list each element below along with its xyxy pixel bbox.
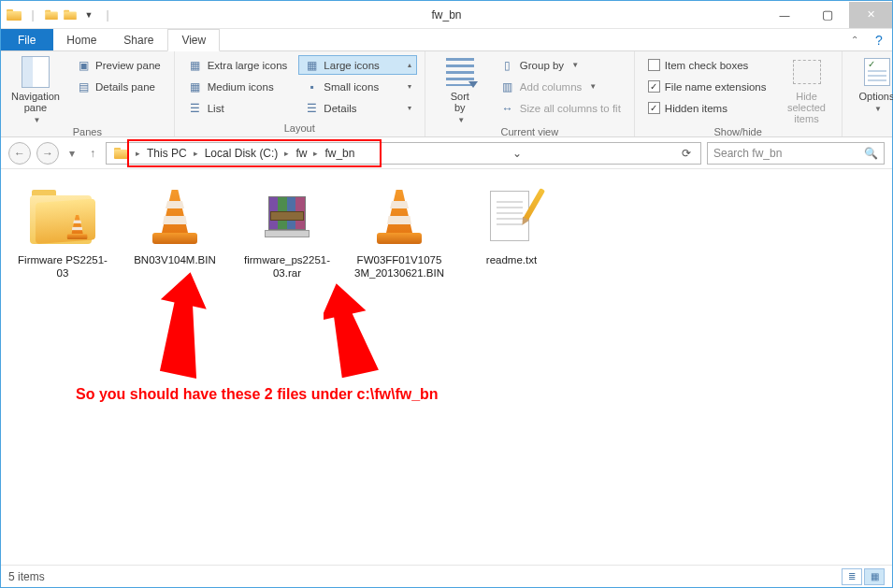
preview-pane-icon: ▣ <box>76 58 91 73</box>
ribbon-collapse-button[interactable]: ⌃ <box>843 29 866 50</box>
file-name: readme.txt <box>467 253 556 266</box>
file-item[interactable]: firmware_ps2251-03.rar <box>242 182 332 280</box>
file-name: firmware_ps2251-03.rar <box>242 253 332 280</box>
back-button[interactable]: ← <box>8 142 31 165</box>
hide-selected-button[interactable]: Hide selected items <box>780 55 834 124</box>
ribbon-tabs: File Home Share View ⌃ ? <box>1 29 892 51</box>
annotation-text: So you should have these 2 files under c… <box>76 386 439 403</box>
chevron-up-icon[interactable]: ▴ <box>408 61 411 69</box>
chevron-right-icon[interactable]: ▸ <box>191 149 201 158</box>
details-pane-button[interactable]: ▤Details pane <box>70 77 166 96</box>
options-icon <box>864 58 890 86</box>
checkbox-checked-icon <box>648 80 660 93</box>
forward-button[interactable]: → <box>36 142 59 165</box>
maximize-button[interactable]: ▢ <box>806 2 849 28</box>
tab-view[interactable]: View <box>167 29 220 51</box>
layout-large[interactable]: ▦Large icons▴ <box>298 55 416 75</box>
refresh-button[interactable]: ⟳ <box>676 147 697 160</box>
options-button[interactable]: Options ▼ <box>850 55 894 113</box>
add-columns-button: ▥Add columns▼ <box>495 77 627 96</box>
breadcrumb-segment[interactable]: fw <box>292 147 310 160</box>
layout-small[interactable]: ▪Small icons▾ <box>298 77 416 96</box>
details-icon: ☰ <box>304 101 319 116</box>
overflow-icon[interactable]: ▾ <box>408 104 411 112</box>
status-bar: 5 items ≣ ▦ <box>1 565 892 587</box>
group-by-button[interactable]: ▯Group by▼ <box>495 55 627 75</box>
ribbon-view: Navigation pane ▼ ▣Preview pane ▤Details… <box>1 51 892 137</box>
group-show-hide: Item check boxes File name extensions Hi… <box>635 51 843 136</box>
explorer-window: | ▼ | fw_bn — ▢ ✕ File Home Share View ⌃… <box>0 0 893 588</box>
breadcrumb-segment[interactable]: Local Disk (C:) <box>201 147 282 160</box>
large-icons-icon: ▦ <box>304 58 319 73</box>
group-options: Options ▼ <box>843 51 894 136</box>
qat-newfolder-icon[interactable] <box>63 7 78 22</box>
chevron-right-icon[interactable]: ▸ <box>281 149 292 158</box>
folder-icon <box>30 188 95 244</box>
chevron-down-icon: ▼ <box>874 105 882 113</box>
item-checkboxes-toggle[interactable]: Item check boxes <box>642 55 772 75</box>
sort-by-button[interactable]: Sort by ▼ <box>433 55 487 124</box>
layout-medium[interactable]: ▦Medium icons <box>182 77 294 96</box>
group-panes: Navigation pane ▼ ▣Preview pane ▤Details… <box>1 51 175 136</box>
medium-icons-icon: ▦ <box>188 79 203 94</box>
qat-divider2: | <box>100 7 115 22</box>
text-file-icon <box>488 189 535 243</box>
up-button[interactable]: ↑ <box>85 142 100 165</box>
layout-list[interactable]: ☰List <box>182 98 294 118</box>
tab-home[interactable]: Home <box>53 29 110 50</box>
recent-locations-button[interactable]: ▾ <box>65 142 79 165</box>
layout-details[interactable]: ☰Details▾ <box>298 98 416 118</box>
qat-dropdown[interactable]: ▼ <box>81 7 96 22</box>
minimize-button[interactable]: — <box>763 2 806 28</box>
navigation-pane-button[interactable]: Navigation pane ▼ <box>8 55 63 124</box>
breadcrumb-segment[interactable]: fw_bn <box>321 147 358 160</box>
group-current-view: Sort by ▼ ▯Group by▼ ▥Add columns▼ ↔Size… <box>425 51 635 136</box>
hidden-items-toggle[interactable]: Hidden items <box>642 98 772 118</box>
breadcrumb-segment[interactable]: This PC <box>143 147 191 160</box>
file-name: BN03V104M.BIN <box>130 253 220 266</box>
app-icon <box>7 7 22 22</box>
file-item[interactable]: BN03V104M.BIN <box>130 182 220 266</box>
group-label: Layout <box>182 121 417 136</box>
details-view-button[interactable]: ≣ <box>842 568 862 585</box>
preview-pane-button[interactable]: ▣Preview pane <box>70 55 166 75</box>
file-item[interactable]: FW03FF01V10753M_20130621.BIN <box>354 182 444 280</box>
vlc-cone-icon <box>373 188 425 244</box>
file-list[interactable]: Firmware PS2251-03 BN03V104M.BIN firmwar… <box>1 169 892 565</box>
chevron-right-icon[interactable]: ▸ <box>133 149 143 158</box>
item-count: 5 items <box>8 570 45 583</box>
icons-view-button[interactable]: ▦ <box>864 568 885 585</box>
size-columns-button: ↔Size all columns to fit <box>495 98 627 118</box>
extra-large-icons-icon: ▦ <box>188 58 203 73</box>
chevron-right-icon[interactable]: ▸ <box>310 149 321 158</box>
address-folder-icon <box>110 147 133 159</box>
address-dropdown[interactable]: ⌄ <box>507 147 527 160</box>
search-placeholder: Search fw_bn <box>713 147 782 160</box>
tab-file[interactable]: File <box>1 29 53 50</box>
folder-item[interactable]: Firmware PS2251-03 <box>18 182 108 280</box>
chevron-down-icon: ▼ <box>571 61 579 69</box>
sort-icon <box>446 58 474 86</box>
details-pane-icon: ▤ <box>76 79 91 94</box>
layout-extra-large[interactable]: ▦Extra large icons <box>182 55 294 75</box>
close-button[interactable]: ✕ <box>849 2 892 28</box>
qat-properties-icon[interactable] <box>44 7 59 22</box>
group-label <box>850 121 894 136</box>
tab-share[interactable]: Share <box>110 29 167 50</box>
list-icon: ☰ <box>188 101 203 116</box>
search-input[interactable]: Search fw_bn 🔍 <box>707 142 885 165</box>
address-bar[interactable]: ▸ This PC ▸ Local Disk (C:) ▸ fw ▸ fw_bn… <box>106 142 701 165</box>
file-name: FW03FF01V10753M_20130621.BIN <box>354 253 444 280</box>
hide-selected-icon <box>793 60 821 84</box>
file-extensions-toggle[interactable]: File name extensions <box>642 77 772 96</box>
navigation-pane-icon <box>22 56 50 88</box>
vlc-cone-icon <box>149 188 201 244</box>
chevron-down-icon[interactable]: ▾ <box>408 82 411 91</box>
file-name: Firmware PS2251-03 <box>18 253 108 280</box>
address-row: ← → ▾ ↑ ▸ This PC ▸ Local Disk (C:) ▸ fw… <box>1 137 892 169</box>
help-button[interactable]: ? <box>866 29 892 50</box>
group-layout: ▦Extra large icons ▦Large icons▴ ▦Medium… <box>175 51 425 136</box>
qat-divider: | <box>25 7 40 22</box>
file-item[interactable]: readme.txt <box>467 182 556 266</box>
group-by-icon: ▯ <box>500 58 515 73</box>
